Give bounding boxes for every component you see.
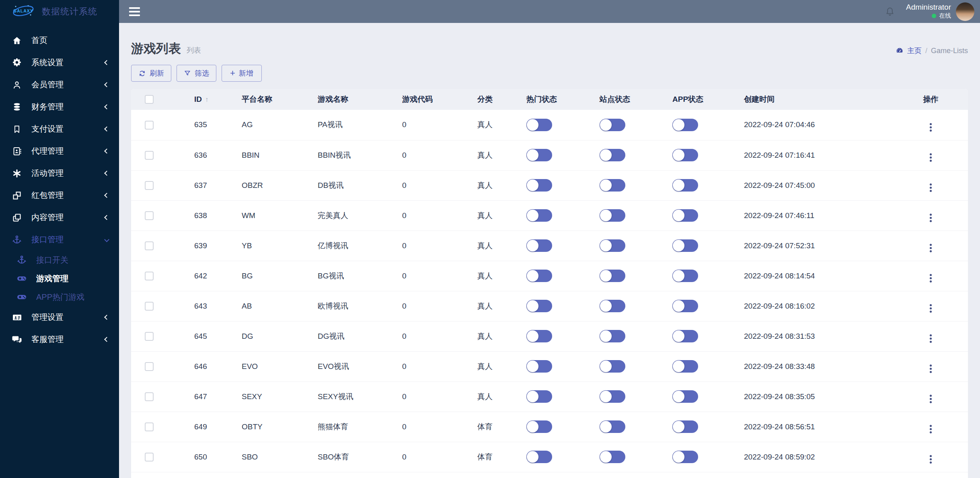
- site-status-toggle[interactable]: [600, 390, 625, 403]
- cell-game-code: 0: [388, 412, 464, 442]
- row-actions-menu[interactable]: [930, 123, 932, 132]
- hot-status-toggle[interactable]: [526, 300, 552, 312]
- select-all-checkbox[interactable]: [145, 95, 154, 104]
- row-checkbox[interactable]: [145, 241, 154, 250]
- app-status-toggle[interactable]: [672, 119, 698, 131]
- row-actions-menu[interactable]: [930, 455, 932, 464]
- row-actions-menu[interactable]: [930, 334, 932, 343]
- site-status-toggle[interactable]: [600, 420, 625, 433]
- row-checkbox[interactable]: [145, 392, 154, 401]
- add-button[interactable]: + 新增: [222, 65, 262, 82]
- row-checkbox[interactable]: [145, 181, 154, 190]
- sidebar-subitem-APP热门游戏[interactable]: APP热门游戏: [0, 288, 119, 306]
- app-status-toggle[interactable]: [672, 149, 698, 161]
- sidebar-item-客服管理[interactable]: 客服管理: [0, 328, 119, 350]
- hot-status-toggle[interactable]: [526, 149, 552, 161]
- site-status-toggle[interactable]: [600, 270, 625, 282]
- row-checkbox[interactable]: [145, 272, 154, 280]
- app-status-toggle[interactable]: [672, 390, 698, 403]
- row-checkbox[interactable]: [145, 211, 154, 220]
- row-actions-menu[interactable]: [930, 395, 932, 403]
- site-status-toggle[interactable]: [600, 119, 625, 131]
- user-name[interactable]: Administrator: [906, 3, 951, 11]
- sidebar-item-接口管理[interactable]: 接口管理: [0, 229, 119, 251]
- row-actions-menu[interactable]: [930, 153, 932, 162]
- sidebar: GALAXY 数据统计系统 首页 系统设置 会员管理 财务管理 支付设置: [0, 0, 119, 478]
- row-actions-menu[interactable]: [930, 214, 932, 222]
- hot-status-toggle[interactable]: [526, 179, 552, 192]
- menu-toggle-button[interactable]: [129, 7, 140, 16]
- notifications-bell-icon[interactable]: [884, 6, 896, 17]
- chevron-icon: [104, 315, 109, 320]
- sidebar-item-内容管理[interactable]: 内容管理: [0, 206, 119, 229]
- cell-category: 真人: [464, 321, 513, 351]
- row-checkbox[interactable]: [145, 362, 154, 371]
- app-status-toggle[interactable]: [672, 451, 698, 463]
- site-status-toggle[interactable]: [600, 209, 625, 222]
- hot-status-toggle[interactable]: [526, 420, 552, 433]
- sidebar-subitem-游戏管理[interactable]: 游戏管理: [0, 269, 119, 288]
- cell-game-code: 0: [388, 261, 464, 291]
- breadcrumb-home-link[interactable]: 主页: [907, 46, 922, 56]
- sidebar-item-首页[interactable]: 首页: [0, 29, 119, 52]
- site-status-toggle[interactable]: [600, 451, 625, 463]
- site-status-toggle[interactable]: [600, 179, 625, 192]
- row-actions-menu[interactable]: [930, 183, 932, 192]
- hot-status-toggle[interactable]: [526, 270, 552, 282]
- hot-status-toggle[interactable]: [526, 330, 552, 342]
- hot-status-toggle[interactable]: [526, 209, 552, 222]
- row-checkbox[interactable]: [145, 121, 154, 130]
- cell-platform-name: BBIN: [228, 140, 304, 170]
- cell-id: 639: [181, 231, 228, 261]
- sort-asc-icon[interactable]: ↑: [205, 96, 209, 103]
- row-checkbox[interactable]: [145, 422, 154, 431]
- row-checkbox[interactable]: [145, 302, 154, 311]
- app-status-toggle[interactable]: [672, 300, 698, 312]
- app-status-toggle[interactable]: [672, 179, 698, 192]
- sidebar-item-会员管理[interactable]: 会员管理: [0, 74, 119, 96]
- site-status-toggle[interactable]: [600, 300, 625, 312]
- sidebar-item-财务管理[interactable]: 财务管理: [0, 96, 119, 118]
- sidebar-subitem-接口开关[interactable]: 接口开关: [0, 251, 119, 269]
- hot-status-toggle[interactable]: [526, 360, 552, 373]
- sidebar-item-活动管理[interactable]: 活动管理: [0, 162, 119, 184]
- row-checkbox[interactable]: [145, 151, 154, 160]
- site-status-toggle[interactable]: [600, 330, 625, 342]
- sidebar-item-代理管理[interactable]: 代理管理: [0, 140, 119, 162]
- site-status-toggle[interactable]: [600, 239, 625, 252]
- cell-created-time: 2022-09-24 07:45:00: [730, 170, 894, 200]
- row-actions-menu[interactable]: [930, 425, 932, 433]
- user-avatar[interactable]: [956, 2, 974, 21]
- row-actions-menu[interactable]: [930, 274, 932, 282]
- column-header-id[interactable]: ID↑: [181, 89, 228, 110]
- row-actions-menu[interactable]: [930, 244, 932, 252]
- sidebar-item-系统设置[interactable]: 系统设置: [0, 52, 119, 74]
- site-status-toggle[interactable]: [600, 360, 625, 373]
- site-status-toggle[interactable]: [600, 149, 625, 161]
- app-status-toggle[interactable]: [672, 330, 698, 342]
- chevron-icon: [104, 171, 109, 176]
- app-status-toggle[interactable]: [672, 270, 698, 282]
- row-actions-menu[interactable]: [930, 365, 932, 373]
- row-checkbox[interactable]: [145, 453, 154, 462]
- sidebar-item-支付设置[interactable]: 支付设置: [0, 118, 119, 140]
- app-status-toggle[interactable]: [672, 209, 698, 222]
- page-content: 游戏列表 列表 主页 / Game-Lists: [119, 23, 980, 478]
- row-actions-menu[interactable]: [930, 304, 932, 313]
- sidebar-item-管理设置[interactable]: 管理设置: [0, 306, 119, 328]
- hot-status-toggle[interactable]: [526, 119, 552, 131]
- refresh-button[interactable]: 刷新: [131, 65, 171, 82]
- app-status-toggle[interactable]: [672, 360, 698, 373]
- app-status-toggle[interactable]: [672, 420, 698, 433]
- row-checkbox[interactable]: [145, 332, 154, 341]
- cell-platform-name: AG: [228, 110, 304, 140]
- filter-button[interactable]: 筛选: [177, 65, 216, 82]
- hot-status-toggle[interactable]: [526, 390, 552, 403]
- column-header-app: APP状态: [659, 89, 730, 110]
- hot-status-toggle[interactable]: [526, 451, 552, 463]
- sidebar-item-红包管理[interactable]: 红包管理: [0, 184, 119, 206]
- database-icon: [10, 102, 23, 112]
- hot-status-toggle[interactable]: [526, 239, 552, 252]
- table-row: 637 OBZR DB视讯 0 真人 2022-09-24 07:45:00: [131, 170, 968, 200]
- app-status-toggle[interactable]: [672, 239, 698, 252]
